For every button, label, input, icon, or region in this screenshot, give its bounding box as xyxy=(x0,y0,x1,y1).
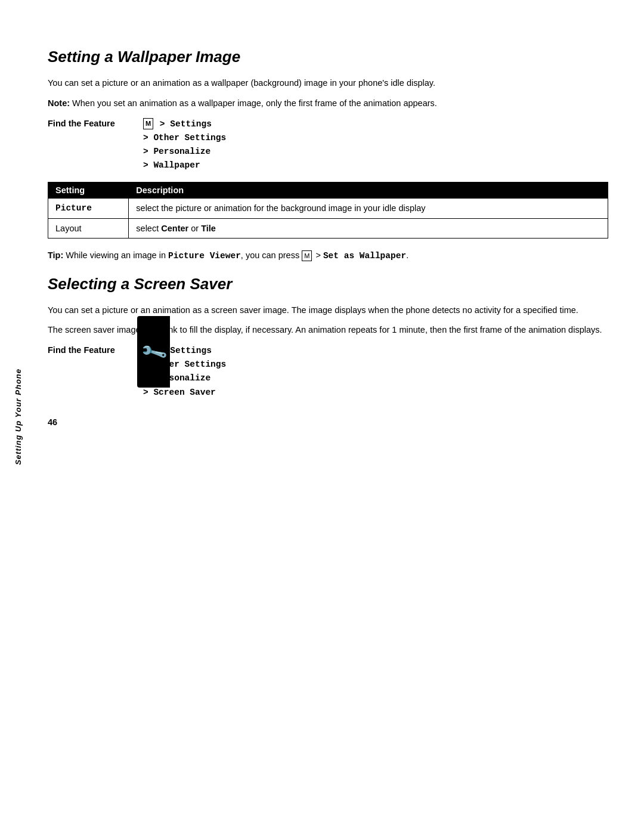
find-feature-label-screensaver: Find the Feature xyxy=(48,344,143,355)
tip-command: Set as Wallpaper xyxy=(323,251,406,261)
sidebar-label: Setting Up Your Phone xyxy=(14,368,23,465)
page-number: 46 xyxy=(48,417,608,427)
wrench-icon: 🔧 xyxy=(139,337,169,367)
wallpaper-title: Setting a Wallpaper Image xyxy=(48,48,608,66)
screensaver-title: Selecting a Screen Saver xyxy=(48,275,608,293)
table-cell-layout-desc: select Center or Tile xyxy=(129,218,608,238)
tip-text2: , you can press xyxy=(241,250,302,260)
screensaver-para2: The screen saver image is shrunk to fill… xyxy=(48,324,608,337)
settings-path-3: > Personalize xyxy=(143,147,210,156)
screensaver-para1: You can set a picture or an animation as… xyxy=(48,304,608,317)
layout-center: Center xyxy=(161,224,188,233)
note-text: When you set an animation as a wallpaper… xyxy=(72,98,437,108)
tip-text4: . xyxy=(406,250,408,260)
table-row: Layout select Center or Tile xyxy=(48,218,608,238)
layout-tile: Tile xyxy=(201,224,216,233)
main-content: Setting a Wallpaper Image You can set a … xyxy=(48,36,608,427)
settings-path-4: > Wallpaper xyxy=(143,160,200,170)
settings-table: Setting Description Picture select the p… xyxy=(48,182,608,239)
find-feature-path-wallpaper: M > Settings > Other Settings > Personal… xyxy=(143,117,226,173)
tip-menu-symbol: M xyxy=(302,250,312,262)
find-feature-wallpaper: Find the Feature M > Settings > Other Se… xyxy=(48,117,608,173)
find-feature-screensaver: Find the Feature M > Settings > Other Se… xyxy=(48,344,608,400)
wallpaper-intro: You can set a picture or an animation as… xyxy=(48,77,608,90)
wallpaper-note: Note: When you set an animation as a wal… xyxy=(48,97,608,110)
tip-text3: > xyxy=(313,250,323,260)
tip-viewer: Picture Viewer xyxy=(168,251,241,261)
find-feature-label-wallpaper: Find the Feature xyxy=(48,117,143,128)
sidebar-strip: 🔧 xyxy=(137,316,170,388)
table-cell-picture: Picture xyxy=(48,199,129,218)
table-row: Picture select the picture or animation … xyxy=(48,199,608,218)
layout-desc-prefix: select xyxy=(136,224,161,233)
table-header-setting: Setting xyxy=(48,182,129,199)
note-label: Note: xyxy=(48,98,70,108)
table-cell-picture-desc: select the picture or animation for the … xyxy=(129,199,608,218)
ss-path-4: > Screen Saver xyxy=(143,388,216,397)
menu-symbol-wallpaper: M xyxy=(143,118,153,130)
sidebar: Setting Up Your Phone xyxy=(0,0,36,833)
table-header-description: Description xyxy=(129,182,608,199)
settings-path-1: > Settings xyxy=(154,119,212,129)
tip-intro: While viewing an image in xyxy=(66,250,168,260)
tip-label: Tip: xyxy=(48,250,63,260)
layout-or: or xyxy=(188,224,201,233)
table-cell-layout: Layout xyxy=(48,218,129,238)
settings-path-2: > Other Settings xyxy=(143,133,226,143)
page-container: Setting Up Your Phone 🔧 Setting a Wallpa… xyxy=(0,0,644,833)
tip-text: Tip: While viewing an image in Picture V… xyxy=(48,249,608,263)
